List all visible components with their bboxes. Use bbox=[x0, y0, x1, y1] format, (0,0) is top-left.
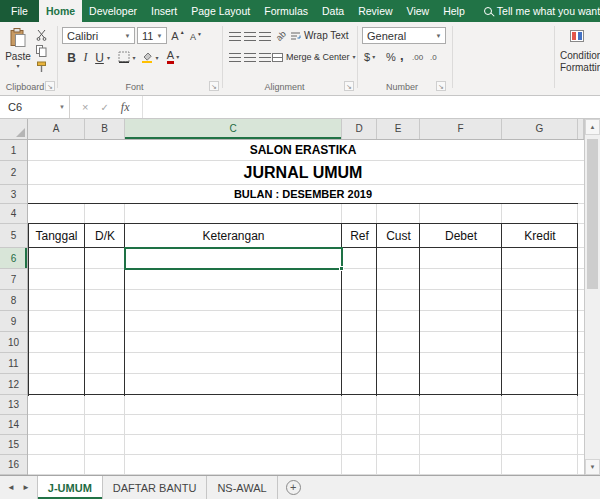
ribbon-tab-insert[interactable]: Insert bbox=[144, 0, 184, 22]
table-header-kredit[interactable]: Kredit bbox=[502, 224, 578, 248]
align-right-button[interactable] bbox=[258, 51, 271, 63]
clipboard-dialog-launcher[interactable]: ↘ bbox=[45, 81, 55, 91]
underline-caret-icon[interactable]: ▾ bbox=[107, 55, 110, 61]
borders-button[interactable]: ▾ bbox=[117, 51, 137, 65]
fill-color-button[interactable]: ▾ bbox=[140, 51, 160, 65]
cell-title-jurnal[interactable]: JURNAL UMUM bbox=[28, 161, 578, 185]
ribbon-tab-developer[interactable]: Developer bbox=[82, 0, 144, 22]
scrollbar-thumb[interactable] bbox=[587, 139, 598, 289]
fill-handle[interactable] bbox=[339, 266, 344, 271]
row-header-14[interactable]: 14 bbox=[0, 415, 27, 435]
vertical-scrollbar[interactable]: ▲ ▼ bbox=[584, 119, 600, 475]
ribbon-tab-review[interactable]: Review bbox=[351, 0, 399, 22]
ribbon-tab-page-layout[interactable]: Page Layout bbox=[184, 0, 257, 22]
comma-style-button[interactable]: , bbox=[400, 48, 404, 62]
increase-decimal-button[interactable]: .00 bbox=[412, 50, 423, 64]
column-header-e[interactable]: E bbox=[377, 119, 420, 139]
column-header-a[interactable]: A bbox=[28, 119, 85, 139]
decrease-decimal-button[interactable]: .0 bbox=[430, 50, 437, 64]
row-header-6[interactable]: 6 bbox=[0, 248, 27, 269]
down-arrow-icon: ▼ bbox=[197, 31, 202, 37]
column-header-g[interactable]: G bbox=[502, 119, 578, 139]
row-header-16[interactable]: 16 bbox=[0, 455, 27, 475]
wrap-text-button[interactable]: Wrap Text bbox=[290, 29, 349, 42]
number-format-select[interactable]: General ▼ bbox=[362, 27, 446, 44]
bold-button[interactable]: B bbox=[65, 49, 78, 66]
align-top-button[interactable] bbox=[228, 30, 241, 42]
insert-function-button[interactable]: fx bbox=[121, 100, 130, 115]
font-dialog-launcher[interactable]: ↘ bbox=[209, 81, 219, 91]
cancel-button[interactable]: × bbox=[82, 101, 88, 113]
row-header-12[interactable]: 12 bbox=[0, 374, 27, 395]
row-header-10[interactable]: 10 bbox=[0, 332, 27, 353]
row-header-8[interactable]: 8 bbox=[0, 290, 27, 311]
percent-style-button[interactable]: % bbox=[386, 50, 396, 64]
copy-button[interactable] bbox=[34, 45, 48, 59]
table-header-d-k[interactable]: D/K bbox=[85, 224, 125, 248]
row-header-13[interactable]: 13 bbox=[0, 395, 27, 415]
underline-button[interactable]: U bbox=[93, 49, 106, 66]
table-header-cust[interactable]: Cust bbox=[377, 224, 420, 248]
number-dialog-launcher[interactable]: ↘ bbox=[436, 81, 446, 91]
row-header-1[interactable]: 1 bbox=[0, 140, 27, 161]
align-left-button[interactable] bbox=[228, 51, 241, 63]
excel-window: FileHomeDeveloperInsertPage LayoutFormul… bbox=[0, 0, 600, 499]
alignment-dialog-launcher[interactable]: ↘ bbox=[344, 81, 354, 91]
active-cell-selection[interactable] bbox=[124, 247, 343, 270]
ribbon-tab-file[interactable]: File bbox=[0, 0, 39, 22]
row-header-2[interactable]: 2 bbox=[0, 161, 27, 185]
sheet-nav-prev-icon[interactable]: ◄ bbox=[7, 483, 15, 492]
font-size-select[interactable]: 11 ▼ bbox=[137, 27, 167, 44]
conditional-formatting-button[interactable]: Conditional Formatting bbox=[560, 28, 600, 74]
sheet-tab-j-umum[interactable]: J-UMUM bbox=[37, 476, 103, 499]
format-painter-button[interactable] bbox=[34, 61, 48, 75]
tell-me-search[interactable]: Tell me what you want to bbox=[484, 0, 600, 22]
name-box[interactable]: C6 ▼ bbox=[0, 96, 70, 118]
scroll-up-button[interactable]: ▲ bbox=[585, 119, 600, 135]
orientation-button[interactable]: ab bbox=[271, 26, 289, 44]
column-header-b[interactable]: B bbox=[85, 119, 125, 139]
ribbon-tab-home[interactable]: Home bbox=[39, 0, 82, 22]
new-sheet-button[interactable]: + bbox=[286, 480, 301, 495]
formula-input[interactable] bbox=[142, 96, 600, 118]
scroll-down-button[interactable]: ▼ bbox=[585, 459, 600, 475]
accounting-format-button[interactable]: $▾ bbox=[364, 50, 375, 64]
sheet-tab-daftar-bantu[interactable]: DAFTAR BANTU bbox=[103, 476, 208, 499]
align-middle-button[interactable] bbox=[243, 30, 256, 42]
row-header-11[interactable]: 11 bbox=[0, 353, 27, 374]
column-header-c[interactable]: C bbox=[125, 119, 342, 139]
table-header-ref[interactable]: Ref bbox=[342, 224, 377, 248]
grow-font-button[interactable]: A▲ bbox=[170, 28, 186, 43]
column-header-d[interactable]: D bbox=[342, 119, 377, 139]
column-header-f[interactable]: F bbox=[420, 119, 502, 139]
cell-title-salon[interactable]: SALON ERASTIKA bbox=[28, 140, 578, 161]
row-header-7[interactable]: 7 bbox=[0, 269, 27, 290]
paste-button[interactable]: Paste ▾ bbox=[4, 26, 32, 78]
font-family-select[interactable]: Calibri ▼ bbox=[62, 27, 135, 44]
row-header-15[interactable]: 15 bbox=[0, 435, 27, 455]
align-bottom-button[interactable] bbox=[258, 30, 271, 42]
sheet-nav-next-icon[interactable]: ► bbox=[22, 483, 30, 492]
enter-button[interactable]: ✓ bbox=[100, 102, 108, 113]
table-header-keterangan[interactable]: Keterangan bbox=[125, 224, 342, 248]
sheet-tab-ns-awal[interactable]: NS-AWAL bbox=[207, 476, 277, 499]
font-color-button[interactable]: A ▾ bbox=[163, 49, 183, 65]
ribbon-tab-formulas[interactable]: Formulas bbox=[257, 0, 315, 22]
ribbon-tab-help[interactable]: Help bbox=[436, 0, 472, 22]
select-all-corner[interactable] bbox=[0, 119, 28, 140]
align-center-button[interactable] bbox=[243, 51, 256, 63]
ribbon-tab-view[interactable]: View bbox=[400, 0, 437, 22]
table-header-tanggal[interactable]: Tanggal bbox=[28, 224, 85, 248]
ribbon-tab-data[interactable]: Data bbox=[315, 0, 351, 22]
cell-grid[interactable]: SALON ERASTIKA JURNAL UMUM BULAN : DESEM… bbox=[28, 140, 584, 475]
row-header-9[interactable]: 9 bbox=[0, 311, 27, 332]
row-header-5[interactable]: 5 bbox=[0, 224, 27, 248]
cell-title-bulan[interactable]: BULAN : DESEMBER 2019 bbox=[28, 185, 578, 204]
shrink-font-button[interactable]: A▼ bbox=[188, 29, 204, 44]
row-header-3[interactable]: 3 bbox=[0, 185, 27, 204]
table-header-debet[interactable]: Debet bbox=[420, 224, 502, 248]
cut-button[interactable] bbox=[34, 29, 48, 43]
row-header-4[interactable]: 4 bbox=[0, 204, 27, 224]
merge-center-button[interactable]: Merge & Center ▾ bbox=[272, 50, 356, 64]
italic-button[interactable]: I bbox=[80, 49, 91, 66]
